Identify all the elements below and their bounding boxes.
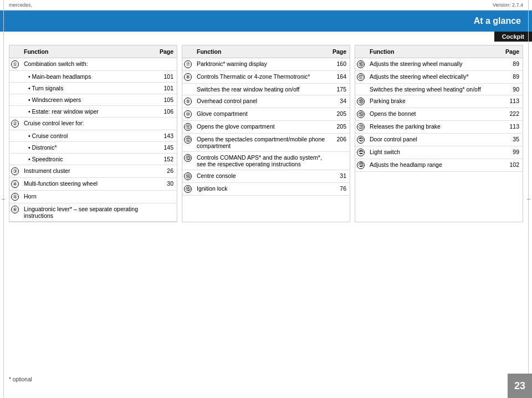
table-row: ⑧Controls Thermatic or 4-zone Thermotron… <box>182 71 350 84</box>
row-page: 175 <box>329 84 350 95</box>
table-row: ㉒Light switch99 <box>355 146 523 159</box>
row-page: 206 <box>329 134 350 152</box>
circle-number: ⑩ <box>184 110 192 118</box>
row-function: Opens the glove compartment <box>193 121 329 134</box>
table-row: ⑮Ignition lock76 <box>182 183 350 196</box>
row-page: 145 <box>156 142 177 154</box>
row-page: 102 <box>502 159 523 172</box>
row-function: Adjusts the steering wheel manually <box>366 58 502 71</box>
top-bar: mercedes, Version: 2.7.4 <box>0 0 532 11</box>
table-row: ⑫Opens the spectacles compartment/mobile… <box>182 134 350 152</box>
row-page: 143 <box>156 130 177 142</box>
row-page: 222 <box>502 108 523 121</box>
circle-number: ⑧ <box>184 73 192 81</box>
table-row: ②Cruise control lever for: <box>9 118 177 130</box>
row-function: Light switch <box>366 146 502 159</box>
row-page <box>329 152 350 170</box>
row-page: 205 <box>329 108 350 121</box>
circle-number: ⑦ <box>184 60 192 68</box>
row-page <box>156 203 177 222</box>
table-row: • Windscreen wipers105 <box>9 94 177 106</box>
table-row: ⑱Parking brake113 <box>355 95 523 108</box>
row-number: ③ <box>9 165 21 178</box>
row-number <box>355 84 366 95</box>
row-page: 90 <box>502 84 523 95</box>
row-number: ㉒ <box>355 146 366 159</box>
col1-function-header: Function <box>21 45 156 58</box>
table-row: ⑪Opens the glove compartment205 <box>182 121 350 134</box>
table-row: • Main-beam headlamps101 <box>9 71 177 83</box>
circle-number: ③ <box>11 167 19 175</box>
row-page: 31 <box>329 170 350 183</box>
table-row: • Turn signals101 <box>9 83 177 94</box>
row-number: ⑳ <box>355 121 366 134</box>
row-page: 160 <box>329 58 350 71</box>
row-number: ㉑ <box>355 134 366 146</box>
circle-number: ⑤ <box>11 193 19 201</box>
row-function: Multi-function steering wheel <box>21 178 156 191</box>
circle-number: ⑬ <box>184 154 192 162</box>
row-number: ⑥ <box>9 203 21 222</box>
row-function: Switches the steering wheel heating* on/… <box>366 84 502 95</box>
row-subitem: • Turn signals <box>21 83 156 94</box>
column-2: Function Page ⑦Parktronic* warning displ… <box>182 45 350 222</box>
row-number: ⑬ <box>182 152 193 170</box>
row-function: Ignition lock <box>193 183 329 196</box>
row-page: 101 <box>156 83 177 94</box>
row-function: Combination switch with: <box>21 58 156 71</box>
row-number: ① <box>9 58 21 71</box>
col3-function-header: Function <box>366 45 502 58</box>
table-row: • Speedtronic152 <box>9 154 177 165</box>
col2-num-header <box>182 45 193 58</box>
row-subitem: • Speedtronic <box>21 154 156 165</box>
row-number: ⑩ <box>182 108 193 121</box>
table-row: ⑨Overhead control panel34 <box>182 95 350 108</box>
row-number: ⑮ <box>182 183 193 196</box>
row-function: Adjusts the headlamp range <box>366 159 502 172</box>
table-row: ④Multi-function steering wheel30 <box>9 178 177 191</box>
table-row: ⑯Adjusts the steering wheel manually89 <box>355 58 523 71</box>
row-function: Instrument cluster <box>21 165 156 178</box>
table-row: ⑲Opens the bonnet222 <box>355 108 523 121</box>
row-function: Parktronic* warning display <box>193 58 329 71</box>
cockpit-label: Cockpit <box>494 32 532 42</box>
row-number: ② <box>9 118 21 130</box>
circle-number: ⑲ <box>357 110 365 118</box>
row-function: Overhead control panel <box>193 95 329 108</box>
row-page: 26 <box>156 165 177 178</box>
column-3: Function Page ⑯Adjusts the steering whee… <box>355 45 523 222</box>
row-page: 35 <box>502 134 523 146</box>
circle-number: ⑮ <box>184 185 192 193</box>
circle-number: ① <box>11 60 19 68</box>
row-number: ⑫ <box>182 134 193 152</box>
row-function: Opens the spectacles compartment/mobile … <box>193 134 329 152</box>
row-number: ⑨ <box>182 95 193 108</box>
circle-number: ⑯ <box>357 60 365 68</box>
row-number: ㉓ <box>355 159 366 172</box>
table-row: • Estate: rear window wiper106 <box>9 106 177 118</box>
circle-number: ⑨ <box>184 98 192 105</box>
dash-right <box>527 199 530 200</box>
table-row: ①Combination switch with: <box>9 58 177 71</box>
row-page: 34 <box>329 95 350 108</box>
table-row: • Cruise control143 <box>9 130 177 142</box>
row-number: ⑯ <box>355 58 366 71</box>
table-row: ⑬Controls COMAND APS* and the audio syst… <box>182 152 350 170</box>
row-page: 105 <box>156 94 177 106</box>
footer-note: * optional <box>9 376 32 382</box>
row-number: ⑲ <box>355 108 366 121</box>
table-row: ⑰Adjusts the steering wheel electrically… <box>355 71 523 84</box>
row-page: 113 <box>502 121 523 134</box>
col1-page-header: Page <box>156 45 177 58</box>
row-function: Switches the rear window heating on/off <box>193 84 329 95</box>
col2-function-header: Function <box>193 45 329 58</box>
col3-page-header: Page <box>502 45 523 58</box>
circle-number: ⑫ <box>184 136 192 144</box>
table-row: ㉑Door control panel35 <box>355 134 523 146</box>
row-subitem: • Estate: rear window wiper <box>21 106 156 118</box>
row-page: 205 <box>329 121 350 134</box>
circle-number: ㉓ <box>357 161 365 169</box>
circle-number: ㉑ <box>357 136 365 144</box>
row-page: 89 <box>502 58 523 71</box>
row-page: 106 <box>156 106 177 118</box>
